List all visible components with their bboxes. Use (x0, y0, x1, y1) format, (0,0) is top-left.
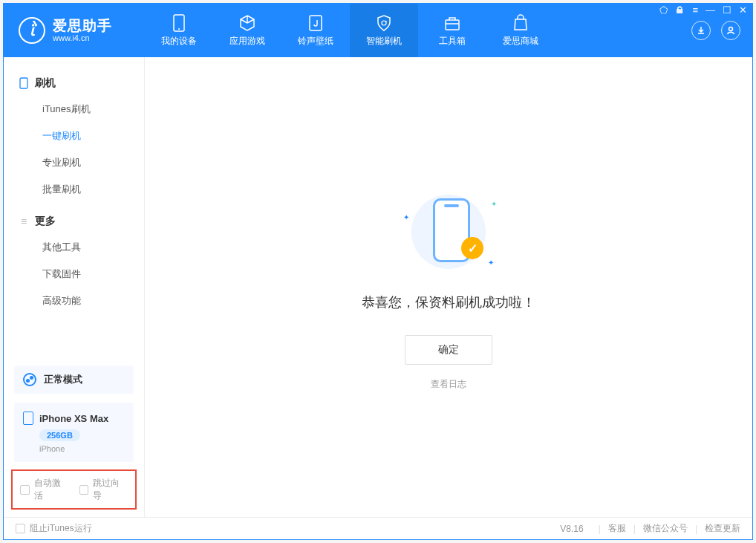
shield-sync-icon (375, 14, 393, 32)
logo-text: 爱思助手 www.i4.cn (53, 19, 112, 43)
device-name: iPhone XS Max (39, 413, 108, 424)
phone-icon (170, 14, 188, 32)
side-item-itunes-flash[interactable]: iTunes刷机 (4, 96, 144, 123)
device-type: iPhone (39, 444, 125, 453)
window-controls: ⬠ 🔒︎ ≡ — ☐ ✕ (659, 4, 747, 16)
bag-icon (512, 14, 529, 32)
header-right (691, 21, 752, 40)
ok-button[interactable]: 确定 (405, 335, 492, 365)
checkbox-skip-guide[interactable]: 跳过向导 (79, 477, 128, 502)
close-button[interactable]: ✕ (739, 4, 747, 16)
side-item-batch-flash[interactable]: 批量刷机 (4, 176, 144, 203)
app-window: ⬠ 🔒︎ ≡ — ☐ ✕ ῒ 爱思助手 www.i4.cn 我的设备 应用游戏 (3, 3, 753, 540)
header: ῒ 爱思助手 www.i4.cn 我的设备 应用游戏 铃声壁纸 智能刷机 (4, 4, 752, 57)
nav-ringtones[interactable]: 铃声壁纸 (281, 4, 350, 57)
checkbox-label: 阻止iTunes运行 (30, 522, 92, 535)
nav: 我的设备 应用游戏 铃声壁纸 智能刷机 工具箱 爱思商城 (145, 4, 555, 57)
body: 刷机 iTunes刷机 一键刷机 专业刷机 批量刷机 ≡ 更多 其他工具 下载固… (4, 57, 752, 517)
device-row: iPhone XS Max (23, 412, 125, 425)
checkbox-icon (20, 485, 30, 495)
side-item-advanced[interactable]: 高级功能 (4, 287, 144, 314)
nav-label: 工具箱 (439, 35, 466, 48)
nav-store[interactable]: 爱思商城 (486, 4, 555, 57)
device-panel: 正常模式 iPhone XS Max 256GB iPhone (4, 358, 144, 469)
footer-link-support[interactable]: 客服 (608, 522, 626, 535)
side-item-download-firmware[interactable]: 下载固件 (4, 261, 144, 287)
version-label: V8.16 (560, 524, 583, 534)
footer-right: V8.16 | 客服 | 微信公众号 | 检查更新 (560, 522, 740, 535)
mode-text: 正常模式 (44, 373, 82, 386)
svg-point-4 (729, 27, 733, 31)
capacity-badge: 256GB (39, 429, 80, 441)
phone-small-icon (19, 78, 29, 88)
view-log-link[interactable]: 查看日志 (431, 378, 466, 391)
svg-rect-2 (310, 16, 322, 30)
nav-toolbox[interactable]: 工具箱 (418, 4, 486, 57)
side-section-title: 刷机 (35, 77, 56, 90)
side-section-flash: 刷机 iTunes刷机 一键刷机 专业刷机 批量刷机 (4, 71, 144, 203)
logo-area[interactable]: ῒ 爱思助手 www.i4.cn (4, 17, 145, 44)
nav-my-device[interactable]: 我的设备 (145, 4, 213, 57)
app-name: 爱思助手 (53, 19, 112, 34)
checkbox-icon (16, 524, 25, 533)
side-head-flash[interactable]: 刷机 (4, 71, 144, 96)
checkbox-label: 自动激活 (34, 477, 69, 502)
maximize-button[interactable]: ☐ (723, 4, 731, 16)
checkbox-auto-activate[interactable]: 自动激活 (20, 477, 69, 502)
nav-label: 我的设备 (161, 35, 197, 48)
device-box[interactable]: iPhone XS Max 256GB iPhone (14, 403, 134, 462)
note-icon (307, 14, 325, 32)
nav-apps-games[interactable]: 应用游戏 (213, 4, 281, 57)
lock-icon[interactable]: 🔒︎ (675, 4, 685, 16)
nav-label: 智能刷机 (366, 35, 402, 48)
checkbox-block-itunes[interactable]: 阻止iTunes运行 (16, 522, 92, 535)
side-section-more: ≡ 更多 其他工具 下载固件 高级功能 (4, 209, 144, 314)
shirt-icon[interactable]: ⬠ (659, 4, 668, 16)
minimize-button[interactable]: — (706, 4, 715, 16)
check-circle-icon: ✓ (461, 237, 483, 259)
sparkle-icon: ✦ (488, 259, 494, 267)
nav-label: 应用游戏 (229, 35, 265, 48)
cube-icon (238, 14, 256, 32)
side-item-other-tools[interactable]: 其他工具 (4, 234, 144, 261)
svg-rect-3 (446, 20, 459, 30)
checkbox-label: 跳过向导 (93, 477, 128, 502)
success-illustration: ✓ ✦ ✦ ✦ (408, 191, 489, 273)
app-website: www.i4.cn (53, 33, 112, 42)
list-icon: ≡ (19, 216, 29, 227)
footer-link-wechat[interactable]: 微信公众号 (643, 522, 688, 535)
svg-point-1 (178, 28, 180, 30)
nav-smart-flash[interactable]: 智能刷机 (350, 4, 418, 57)
sidebar: 刷机 iTunes刷机 一键刷机 专业刷机 批量刷机 ≡ 更多 其他工具 下载固… (4, 57, 145, 517)
logo-icon: ῒ (19, 17, 45, 44)
sparkle-icon: ✦ (403, 213, 409, 221)
nav-label: 铃声壁纸 (298, 35, 333, 48)
side-section-title: 更多 (35, 215, 56, 228)
toolbox-icon (443, 14, 461, 32)
menu-icon[interactable]: ≡ (692, 4, 698, 16)
side-head-more[interactable]: ≡ 更多 (4, 209, 144, 234)
download-button[interactable] (691, 21, 711, 40)
svg-rect-5 (20, 78, 27, 88)
side-item-one-click-flash[interactable]: 一键刷机 (4, 123, 144, 149)
nav-label: 爱思商城 (503, 35, 538, 48)
success-message: 恭喜您，保资料刷机成功啦！ (362, 293, 535, 311)
checkbox-icon (79, 485, 89, 495)
user-button[interactable] (721, 21, 740, 40)
footer: 阻止iTunes运行 V8.16 | 客服 | 微信公众号 | 检查更新 (4, 517, 752, 539)
main-content: ✓ ✦ ✦ ✦ 恭喜您，保资料刷机成功啦！ 确定 查看日志 (145, 57, 752, 517)
side-item-pro-flash[interactable]: 专业刷机 (4, 149, 144, 176)
mode-icon (23, 373, 36, 386)
highlighted-options: 自动激活 跳过向导 (11, 469, 137, 510)
sparkle-icon: ✦ (491, 200, 497, 208)
device-phone-icon (23, 412, 33, 425)
mode-box[interactable]: 正常模式 (14, 365, 134, 394)
footer-link-update[interactable]: 检查更新 (705, 522, 740, 535)
